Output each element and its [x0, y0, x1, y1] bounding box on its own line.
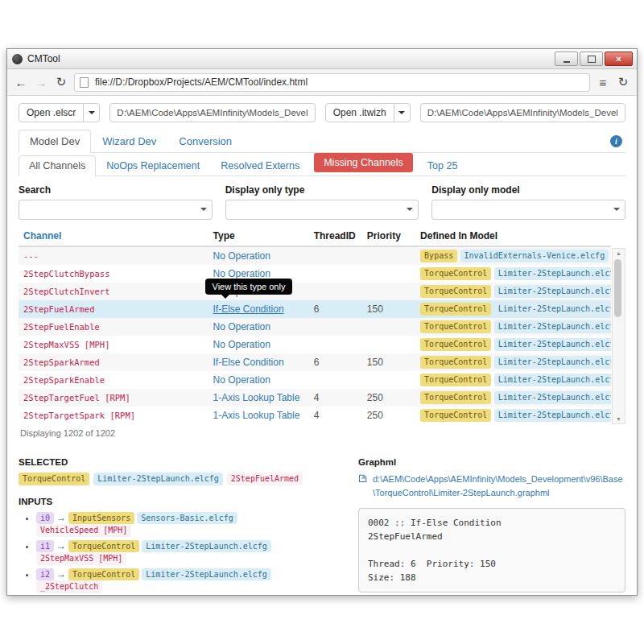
- scrollbar-thumb[interactable]: [614, 259, 621, 317]
- table-scrollbar[interactable]: ▲ ▼: [612, 248, 625, 424]
- table-row[interactable]: 2StepSparkEnable No Operation TorqueCont…: [19, 371, 611, 389]
- open-itwizh-button[interactable]: Open .itwizh: [325, 103, 394, 122]
- type-cell: No Operation: [208, 371, 309, 389]
- model-file-badge[interactable]: Limiter-2StepLaunch.elcfg: [494, 409, 611, 422]
- model-file-badge[interactable]: Limiter-2StepLaunch.elcfg: [494, 356, 611, 369]
- model-group-badge[interactable]: TorqueControl: [420, 285, 491, 298]
- close-button[interactable]: ×: [605, 52, 633, 66]
- model-file-badge[interactable]: Limiter-2StepLaunch.elcfg: [494, 285, 611, 298]
- model-file-badge[interactable]: Limiter-2StepLaunch.elcfg: [494, 303, 611, 316]
- tab-wizard-dev[interactable]: Wizard Dev: [91, 130, 167, 153]
- menu-icon[interactable]: ≡: [596, 76, 610, 89]
- table-row[interactable]: 2StepFuelEnable No Operation TorqueContr…: [19, 318, 611, 336]
- type-link[interactable]: If-Else Condition: [213, 357, 284, 368]
- threadid-cell: [309, 265, 362, 283]
- graphml-panel: Graphml d:\AEM\Code\Apps\AEMInfinity\Mod…: [358, 457, 625, 588]
- app-content: Open .elscr Open .itwizh Model Dev Wizar…: [7, 96, 637, 595]
- table-row[interactable]: 2StepSparkArmed If-Else Condition 6 150 …: [19, 353, 611, 371]
- group-badge[interactable]: TorqueControl: [19, 473, 89, 485]
- scroll-down-icon[interactable]: ▼: [616, 415, 621, 423]
- channel-code[interactable]: 2StepFuelArmed: [227, 473, 303, 485]
- tab-resolved-externs[interactable]: Resolved Externs: [210, 155, 310, 176]
- scroll-up-icon[interactable]: ▲: [616, 249, 621, 258]
- model-combobox[interactable]: [431, 200, 625, 220]
- header-defined-in-model[interactable]: Defined In Model: [415, 226, 611, 246]
- type-link[interactable]: No Operation: [213, 339, 270, 350]
- input-index-badge[interactable]: i0: [36, 512, 54, 525]
- maximize-button[interactable]: [580, 52, 603, 66]
- model-file-badge[interactable]: Limiter-2StepLaunch.elcfg: [494, 267, 611, 280]
- model-file-badge[interactable]: InvalidExternals-Venice.elcfg: [460, 250, 609, 262]
- type-cell: 1-Axis Lookup Table: [208, 389, 309, 407]
- info-icon[interactable]: i: [610, 135, 622, 147]
- tab-noops-replacement[interactable]: NoOps Replacement: [96, 155, 210, 176]
- open-file-icon: [358, 473, 368, 487]
- model-file-badge[interactable]: Limiter-2StepLaunch.elcfg: [494, 338, 611, 351]
- table-row[interactable]: 2StepClutchInvert No Operation TorqueCon…: [19, 283, 611, 300]
- type-link[interactable]: 1-Axis Lookup Table: [213, 392, 300, 403]
- model-group-badge[interactable]: TorqueControl: [420, 303, 491, 316]
- type-link[interactable]: No Operation: [213, 268, 270, 279]
- minimize-button[interactable]: [555, 52, 578, 66]
- tab-conversion[interactable]: Conversion: [167, 130, 243, 153]
- model-group-badge[interactable]: TorqueControl: [420, 374, 491, 386]
- file-badge[interactable]: Limiter-2StepLaunch.elcfg: [142, 540, 271, 553]
- type-link[interactable]: 1-Axis Lookup Table: [213, 410, 300, 421]
- reload-icon[interactable]: ↻: [616, 75, 630, 89]
- table-row[interactable]: 2StepClutchBypass No Operation TorqueCon…: [19, 265, 611, 283]
- table-row-selected[interactable]: 2StepFuelArmed If-Else Condition View th…: [19, 300, 611, 318]
- channel-code[interactable]: 2StepMaxVSS [MPH]: [36, 552, 126, 565]
- file-badge[interactable]: Limiter-2StepLaunch.elcfg: [93, 473, 223, 485]
- open-elscr-button[interactable]: Open .elscr: [19, 103, 84, 122]
- model-group-badge[interactable]: TorqueControl: [420, 267, 491, 280]
- channel-code[interactable]: VehicleSpeed [MPH]: [36, 524, 131, 537]
- type-link[interactable]: If-Else Condition: [213, 303, 284, 315]
- table-row[interactable]: 2StepTargetSpark [RPM] 1-Axis Lookup Tab…: [19, 407, 611, 424]
- model-file-badge[interactable]: Limiter-2StepLaunch.elcfg: [494, 391, 611, 404]
- model-file-badge[interactable]: Limiter-2StepLaunch.elcfg: [494, 374, 611, 386]
- header-channel[interactable]: Channel: [19, 226, 208, 246]
- url-input[interactable]: [93, 76, 584, 89]
- model-group-badge[interactable]: TorqueControl: [420, 409, 491, 422]
- input-index-badge[interactable]: i1: [36, 540, 54, 553]
- model-group-badge[interactable]: TorqueControl: [420, 338, 491, 351]
- table-row[interactable]: 2StepTargetFuel [RPM] 1-Axis Lookup Tabl…: [19, 389, 611, 407]
- search-combobox[interactable]: [19, 200, 213, 220]
- model-group-badge[interactable]: TorqueControl: [420, 391, 491, 404]
- refresh-icon[interactable]: ↻: [54, 75, 68, 89]
- header-priority[interactable]: Priority: [362, 226, 415, 246]
- tab-top-25[interactable]: Top 25: [417, 155, 469, 176]
- input-index-badge[interactable]: i2: [36, 568, 54, 581]
- elscr-path-field[interactable]: [109, 103, 315, 122]
- model-file-badge[interactable]: Limiter-2StepLaunch.elcfg: [494, 320, 611, 333]
- model-group-badge[interactable]: Bypass: [420, 250, 457, 262]
- title-bar[interactable]: CMTool ×: [7, 49, 637, 69]
- model-group-badge[interactable]: TorqueControl: [420, 356, 491, 369]
- itwizh-path-field[interactable]: [420, 103, 625, 122]
- group-badge[interactable]: InputSensors: [68, 512, 134, 525]
- file-badge[interactable]: Limiter-2StepLaunch.elcfg: [142, 568, 271, 581]
- group-badge[interactable]: TorqueControl: [68, 568, 139, 581]
- group-badge[interactable]: TorqueControl: [68, 540, 139, 553]
- table-row[interactable]: --- No Operation Bypass InvalidExternals…: [19, 246, 611, 265]
- type-link[interactable]: No Operation: [213, 321, 270, 332]
- channel-code[interactable]: _2StepClutch: [36, 580, 102, 593]
- open-itwizh-dropdown[interactable]: [394, 103, 411, 122]
- file-badge[interactable]: Sensors-Basic.elcfg: [137, 512, 237, 525]
- tab-all-channels[interactable]: All Channels: [19, 155, 96, 176]
- tab-missing-channels[interactable]: Missing Channels: [314, 153, 413, 172]
- tab-model-dev[interactable]: Model Dev: [19, 130, 91, 153]
- open-itwizh-split-button: Open .itwizh: [325, 103, 411, 122]
- model-group-badge[interactable]: TorqueControl: [420, 320, 491, 333]
- type-link[interactable]: No Operation: [213, 250, 270, 262]
- forward-icon[interactable]: →: [34, 76, 48, 89]
- table-row[interactable]: 2StepMaxVSS [MPH] No Operation TorqueCon…: [19, 336, 611, 353]
- type-link[interactable]: No Operation: [213, 374, 270, 386]
- back-icon[interactable]: ←: [14, 76, 28, 89]
- header-threadid[interactable]: ThreadID: [309, 226, 362, 246]
- type-combobox[interactable]: [225, 200, 419, 220]
- url-bar[interactable]: [74, 73, 590, 92]
- open-elscr-dropdown[interactable]: [83, 103, 100, 122]
- graphml-link[interactable]: d:\AEM\Code\Apps\AEMInfinity\Models_Deve…: [358, 473, 625, 499]
- header-type[interactable]: Type: [208, 226, 309, 246]
